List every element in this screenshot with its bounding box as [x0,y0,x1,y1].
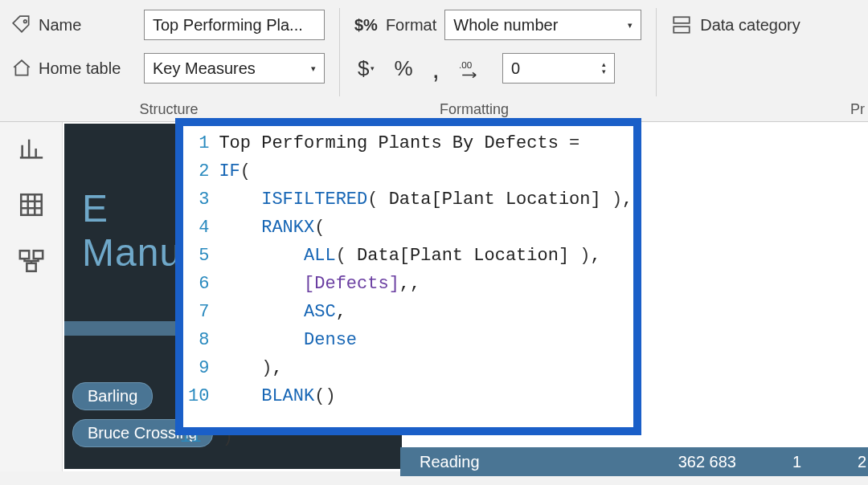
svg-rect-4 [21,194,42,215]
currency-button[interactable]: $ ▾ [354,56,378,81]
svg-rect-2 [674,17,690,23]
home-table-value: Key Measures [153,59,256,78]
name-input-value: Top Performing Pla... [153,16,303,35]
svg-rect-6 [33,251,42,259]
chevron-down-icon: ▾ [628,20,633,31]
percent-button[interactable]: % [391,56,416,81]
model-view-icon[interactable] [18,247,45,275]
ribbon-group-formatting: $% Format Whole number ▾ $ ▾ % , .00 [340,8,657,96]
section-label-formatting: Formatting [354,101,595,118]
report-canvas: ✕ ✓ E Manu Barling Bruce Crossing 123456… [63,122,868,471]
decimals-value: 0 [511,59,520,78]
dax-editor[interactable]: 12345678910 Top Performing Plants By Def… [175,118,641,435]
svg-rect-3 [674,26,690,33]
home-table-select[interactable]: Key Measures ▾ [144,53,325,84]
report-view-icon[interactable] [18,135,45,162]
name-label-text: Name [39,16,81,35]
table-cell-label: Reading [420,453,480,471]
editor-gutter: 12345678910 [183,126,219,427]
name-input[interactable]: Top Performing Pla... [144,10,325,40]
home-icon [11,58,32,79]
section-label-properties: Pr [850,101,868,118]
home-table-label: Home table [11,58,136,79]
svg-rect-5 [19,251,28,259]
data-category-label: Data category [700,16,800,35]
spinner-icon[interactable]: ▴▾ [596,61,606,75]
data-view-icon[interactable] [18,191,45,218]
currency-icon: $ [358,56,369,81]
report-title: E Manu [82,186,182,275]
table-cell-val1: 362 683 [678,453,736,471]
thousands-button[interactable]: , [429,63,443,74]
svg-rect-7 [27,263,35,271]
ribbon-group-properties: Data category [657,8,815,96]
format-value: Whole number [453,16,558,35]
data-category-icon [671,14,692,35]
ribbon: Name Top Performing Pla... Home table K [0,0,868,122]
svg-text:.00: .00 [459,59,473,70]
home-table-label-text: Home table [39,59,121,78]
format-prefix-icon: $% [354,16,378,35]
format-select[interactable]: Whole number ▾ [444,10,641,40]
section-label-structure: Structure [80,101,257,118]
chevron-down-icon: ▾ [371,64,375,72]
tag-icon [11,14,32,35]
decimals-input[interactable]: 0 ▴▾ [502,53,615,84]
svg-point-0 [24,20,27,22]
table-cell-val3: 2.85 [858,453,868,471]
slicer-item-barling[interactable]: Barling [72,382,153,410]
left-nav [0,122,63,471]
table-cell-val2: 1 [792,453,801,471]
table-row: Reading 362 683 1 2.85 [400,447,868,476]
format-label-text: Format [386,16,436,35]
chevron-down-icon: ▾ [311,63,316,74]
editor-code[interactable]: Top Performing Plants By Defects = IF( I… [219,126,633,427]
name-label: Name [11,14,136,35]
decimal-button[interactable]: .00 [456,58,489,79]
ribbon-group-structure: Name Top Performing Pla... Home table K [11,8,340,96]
